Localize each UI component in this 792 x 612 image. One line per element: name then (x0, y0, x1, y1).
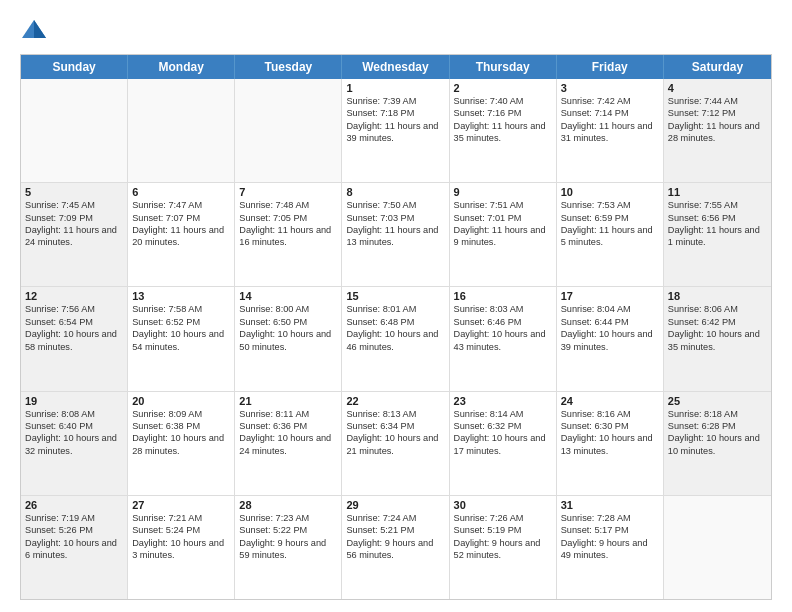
logo (20, 16, 52, 44)
day-header-monday: Monday (128, 55, 235, 79)
day-number: 6 (132, 186, 230, 198)
day-info: Sunrise: 8:18 AM Sunset: 6:28 PM Dayligh… (668, 408, 767, 458)
day-number: 16 (454, 290, 552, 302)
day-info: Sunrise: 7:56 AM Sunset: 6:54 PM Dayligh… (25, 303, 123, 353)
day-number: 21 (239, 395, 337, 407)
day-cell-empty (21, 79, 128, 182)
svg-marker-1 (34, 20, 46, 38)
day-info: Sunrise: 7:24 AM Sunset: 5:21 PM Dayligh… (346, 512, 444, 562)
week-row-3: 12Sunrise: 7:56 AM Sunset: 6:54 PM Dayli… (21, 286, 771, 390)
day-number: 13 (132, 290, 230, 302)
day-number: 5 (25, 186, 123, 198)
day-number: 10 (561, 186, 659, 198)
day-number: 31 (561, 499, 659, 511)
day-cell-6: 6Sunrise: 7:47 AM Sunset: 7:07 PM Daylig… (128, 183, 235, 286)
day-info: Sunrise: 8:06 AM Sunset: 6:42 PM Dayligh… (668, 303, 767, 353)
day-info: Sunrise: 7:47 AM Sunset: 7:07 PM Dayligh… (132, 199, 230, 249)
day-cell-4: 4Sunrise: 7:44 AM Sunset: 7:12 PM Daylig… (664, 79, 771, 182)
day-info: Sunrise: 7:51 AM Sunset: 7:01 PM Dayligh… (454, 199, 552, 249)
page: SundayMondayTuesdayWednesdayThursdayFrid… (0, 0, 792, 612)
day-number: 22 (346, 395, 444, 407)
day-number: 12 (25, 290, 123, 302)
day-info: Sunrise: 7:58 AM Sunset: 6:52 PM Dayligh… (132, 303, 230, 353)
day-cell-empty (235, 79, 342, 182)
logo-icon (20, 16, 48, 44)
day-cell-11: 11Sunrise: 7:55 AM Sunset: 6:56 PM Dayli… (664, 183, 771, 286)
day-info: Sunrise: 7:45 AM Sunset: 7:09 PM Dayligh… (25, 199, 123, 249)
day-info: Sunrise: 7:26 AM Sunset: 5:19 PM Dayligh… (454, 512, 552, 562)
day-info: Sunrise: 8:09 AM Sunset: 6:38 PM Dayligh… (132, 408, 230, 458)
day-number: 18 (668, 290, 767, 302)
calendar: SundayMondayTuesdayWednesdayThursdayFrid… (20, 54, 772, 600)
day-cell-20: 20Sunrise: 8:09 AM Sunset: 6:38 PM Dayli… (128, 392, 235, 495)
day-number: 19 (25, 395, 123, 407)
day-cell-16: 16Sunrise: 8:03 AM Sunset: 6:46 PM Dayli… (450, 287, 557, 390)
day-cell-7: 7Sunrise: 7:48 AM Sunset: 7:05 PM Daylig… (235, 183, 342, 286)
day-info: Sunrise: 7:19 AM Sunset: 5:26 PM Dayligh… (25, 512, 123, 562)
day-cell-18: 18Sunrise: 8:06 AM Sunset: 6:42 PM Dayli… (664, 287, 771, 390)
day-info: Sunrise: 8:11 AM Sunset: 6:36 PM Dayligh… (239, 408, 337, 458)
week-row-5: 26Sunrise: 7:19 AM Sunset: 5:26 PM Dayli… (21, 495, 771, 599)
day-header-friday: Friday (557, 55, 664, 79)
day-cell-24: 24Sunrise: 8:16 AM Sunset: 6:30 PM Dayli… (557, 392, 664, 495)
day-number: 14 (239, 290, 337, 302)
day-cell-21: 21Sunrise: 8:11 AM Sunset: 6:36 PM Dayli… (235, 392, 342, 495)
day-number: 15 (346, 290, 444, 302)
day-cell-27: 27Sunrise: 7:21 AM Sunset: 5:24 PM Dayli… (128, 496, 235, 599)
day-info: Sunrise: 7:44 AM Sunset: 7:12 PM Dayligh… (668, 95, 767, 145)
day-number: 30 (454, 499, 552, 511)
day-cell-29: 29Sunrise: 7:24 AM Sunset: 5:21 PM Dayli… (342, 496, 449, 599)
day-cell-2: 2Sunrise: 7:40 AM Sunset: 7:16 PM Daylig… (450, 79, 557, 182)
day-number: 27 (132, 499, 230, 511)
day-number: 28 (239, 499, 337, 511)
day-info: Sunrise: 7:40 AM Sunset: 7:16 PM Dayligh… (454, 95, 552, 145)
day-cell-28: 28Sunrise: 7:23 AM Sunset: 5:22 PM Dayli… (235, 496, 342, 599)
day-cell-empty (664, 496, 771, 599)
day-info: Sunrise: 7:23 AM Sunset: 5:22 PM Dayligh… (239, 512, 337, 562)
day-cell-13: 13Sunrise: 7:58 AM Sunset: 6:52 PM Dayli… (128, 287, 235, 390)
day-info: Sunrise: 8:00 AM Sunset: 6:50 PM Dayligh… (239, 303, 337, 353)
day-cell-19: 19Sunrise: 8:08 AM Sunset: 6:40 PM Dayli… (21, 392, 128, 495)
day-number: 17 (561, 290, 659, 302)
day-info: Sunrise: 7:21 AM Sunset: 5:24 PM Dayligh… (132, 512, 230, 562)
day-cell-14: 14Sunrise: 8:00 AM Sunset: 6:50 PM Dayli… (235, 287, 342, 390)
day-number: 4 (668, 82, 767, 94)
day-cell-10: 10Sunrise: 7:53 AM Sunset: 6:59 PM Dayli… (557, 183, 664, 286)
day-cell-26: 26Sunrise: 7:19 AM Sunset: 5:26 PM Dayli… (21, 496, 128, 599)
day-cell-8: 8Sunrise: 7:50 AM Sunset: 7:03 PM Daylig… (342, 183, 449, 286)
day-info: Sunrise: 8:13 AM Sunset: 6:34 PM Dayligh… (346, 408, 444, 458)
day-header-sunday: Sunday (21, 55, 128, 79)
day-info: Sunrise: 8:04 AM Sunset: 6:44 PM Dayligh… (561, 303, 659, 353)
day-cell-22: 22Sunrise: 8:13 AM Sunset: 6:34 PM Dayli… (342, 392, 449, 495)
day-info: Sunrise: 8:14 AM Sunset: 6:32 PM Dayligh… (454, 408, 552, 458)
day-number: 2 (454, 82, 552, 94)
day-number: 25 (668, 395, 767, 407)
day-info: Sunrise: 8:03 AM Sunset: 6:46 PM Dayligh… (454, 303, 552, 353)
day-info: Sunrise: 8:01 AM Sunset: 6:48 PM Dayligh… (346, 303, 444, 353)
day-cell-17: 17Sunrise: 8:04 AM Sunset: 6:44 PM Dayli… (557, 287, 664, 390)
day-info: Sunrise: 7:28 AM Sunset: 5:17 PM Dayligh… (561, 512, 659, 562)
day-number: 11 (668, 186, 767, 198)
day-info: Sunrise: 7:48 AM Sunset: 7:05 PM Dayligh… (239, 199, 337, 249)
header (20, 16, 772, 44)
day-info: Sunrise: 8:16 AM Sunset: 6:30 PM Dayligh… (561, 408, 659, 458)
day-cell-12: 12Sunrise: 7:56 AM Sunset: 6:54 PM Dayli… (21, 287, 128, 390)
day-info: Sunrise: 7:42 AM Sunset: 7:14 PM Dayligh… (561, 95, 659, 145)
day-info: Sunrise: 7:50 AM Sunset: 7:03 PM Dayligh… (346, 199, 444, 249)
day-number: 9 (454, 186, 552, 198)
day-number: 26 (25, 499, 123, 511)
calendar-body: 1Sunrise: 7:39 AM Sunset: 7:18 PM Daylig… (21, 79, 771, 599)
day-header-saturday: Saturday (664, 55, 771, 79)
day-info: Sunrise: 7:39 AM Sunset: 7:18 PM Dayligh… (346, 95, 444, 145)
week-row-1: 1Sunrise: 7:39 AM Sunset: 7:18 PM Daylig… (21, 79, 771, 182)
calendar-header: SundayMondayTuesdayWednesdayThursdayFrid… (21, 55, 771, 79)
day-info: Sunrise: 7:55 AM Sunset: 6:56 PM Dayligh… (668, 199, 767, 249)
week-row-2: 5Sunrise: 7:45 AM Sunset: 7:09 PM Daylig… (21, 182, 771, 286)
day-cell-1: 1Sunrise: 7:39 AM Sunset: 7:18 PM Daylig… (342, 79, 449, 182)
day-cell-empty (128, 79, 235, 182)
day-cell-5: 5Sunrise: 7:45 AM Sunset: 7:09 PM Daylig… (21, 183, 128, 286)
day-cell-30: 30Sunrise: 7:26 AM Sunset: 5:19 PM Dayli… (450, 496, 557, 599)
day-cell-3: 3Sunrise: 7:42 AM Sunset: 7:14 PM Daylig… (557, 79, 664, 182)
day-number: 7 (239, 186, 337, 198)
day-header-tuesday: Tuesday (235, 55, 342, 79)
